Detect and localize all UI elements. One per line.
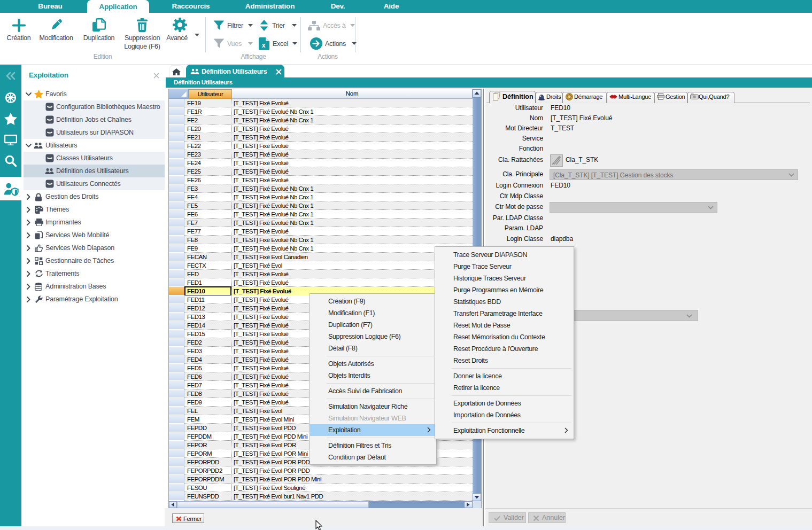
svg-text:x: x <box>262 42 266 49</box>
